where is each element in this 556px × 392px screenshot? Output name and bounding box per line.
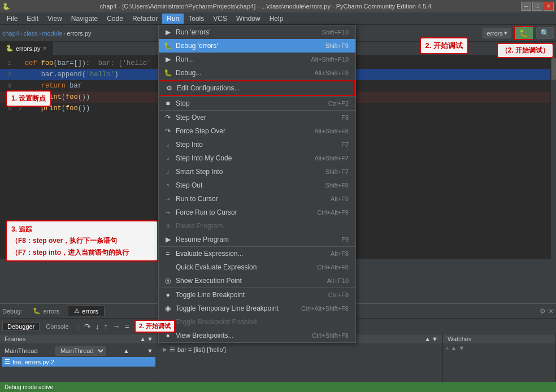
menu-tools[interactable]: Tools bbox=[184, 14, 208, 24]
menu-step-out[interactable]: ↑ Step Out Shift+F8 bbox=[159, 178, 355, 192]
watch-down[interactable]: ▼ bbox=[458, 345, 464, 351]
breadcrumb-file[interactable]: errors.py bbox=[67, 30, 91, 37]
tab-close-button[interactable]: ✕ bbox=[42, 45, 47, 51]
menu-bar: File Edit View Navigate Code Refactor Ru… bbox=[0, 12, 556, 25]
debug-shortcut: Alt+Shift+F9 bbox=[314, 69, 349, 76]
menu-quick-eval[interactable]: Quick Evaluate Expression Ctrl+Alt+F8 bbox=[159, 260, 355, 274]
run-label: Run... bbox=[176, 55, 307, 63]
menu-run[interactable]: Run bbox=[162, 14, 184, 24]
var-icon: ☰ bbox=[170, 346, 175, 353]
debug-annotation-2: 2. 开始调试 bbox=[420, 37, 468, 54]
top-right-debug-annotation: （2. 开始调试） bbox=[497, 43, 554, 58]
app-icon: 🐍 bbox=[2, 3, 10, 10]
menu-window[interactable]: Window bbox=[232, 14, 265, 24]
console-label: Console bbox=[46, 323, 68, 330]
menu-edit-configs[interactable]: ⚙ Edit Configurations... bbox=[159, 80, 355, 96]
menu-eval-expr[interactable]: = Evaluate Expression... Alt+F8 bbox=[159, 247, 355, 260]
annotation-debug-toolbar: 2. 开始调试 bbox=[134, 320, 175, 333]
menu-step-over[interactable]: ↷ Step Over F8 bbox=[159, 111, 355, 124]
menu-toggle-temp-bp[interactable]: ◉ Toggle Temporary Line Breakpoint Ctrl+… bbox=[159, 302, 355, 315]
breadcrumb-module[interactable]: module bbox=[42, 30, 62, 37]
frame-up-icon[interactable]: ▲ bbox=[140, 336, 146, 342]
menu-edit[interactable]: Edit bbox=[22, 14, 43, 24]
menu-file[interactable]: File bbox=[2, 14, 22, 24]
menu-view[interactable]: View bbox=[43, 14, 67, 24]
thread-selector[interactable]: MainThread bbox=[55, 346, 106, 356]
thread-label: MainThread bbox=[5, 347, 38, 354]
menu-refactor[interactable]: Refactor bbox=[128, 14, 162, 24]
menu-code[interactable]: Code bbox=[102, 14, 128, 24]
close-button[interactable]: ✕ bbox=[544, 2, 554, 11]
debug-run-button[interactable]: 🐛 bbox=[514, 26, 534, 40]
add-watch[interactable]: + bbox=[445, 345, 449, 351]
frame-foo[interactable]: ☰ foo, errors.py:2 bbox=[2, 357, 155, 367]
menu-debug-errors[interactable]: 🐛 Debug 'errors' Shift+F9 2. 开始调试 bbox=[159, 39, 355, 53]
menu-step-into[interactable]: ↓ Step Into F7 bbox=[159, 138, 355, 151]
breadcrumb-chap4[interactable]: chap4 bbox=[2, 30, 19, 37]
var-bar[interactable]: ▶ ☰ bar = {list} ['hello'] bbox=[160, 345, 440, 354]
run-cursor-icon: → bbox=[163, 194, 172, 203]
menu-help[interactable]: Help bbox=[265, 14, 288, 24]
step-out-icon: ↑ bbox=[163, 181, 172, 190]
menu-stop[interactable]: ■ Stop Ctrl+F2 bbox=[159, 97, 355, 110]
toggle-bp-label: Toggle Line Breakpoint bbox=[176, 291, 325, 299]
menu-smart-step-into[interactable]: ↓ Smart Step Into Shift+F7 bbox=[159, 165, 355, 178]
menu-step-into-mycode[interactable]: ↓ Step Into My Code Alt+Shift+F7 bbox=[159, 151, 355, 165]
debug-subtab-console[interactable]: Console bbox=[41, 322, 73, 331]
menu-show-exec[interactable]: ◎ Show Execution Point Alt+F10 bbox=[159, 274, 355, 288]
debug-settings-icon[interactable]: ⚙ bbox=[540, 307, 546, 315]
tab-errors-py[interactable]: 🐍 errors.py ✕ bbox=[0, 42, 53, 55]
step-over-btn[interactable]: ↷ bbox=[82, 321, 93, 332]
debug-tab-errors-1[interactable]: 🐛 errors bbox=[27, 306, 66, 316]
menu-toggle-bp-enabled[interactable]: Toggle Breakpoint Enabled bbox=[159, 315, 355, 329]
watches-body: + ▲ ▼ bbox=[443, 343, 555, 382]
search-button[interactable]: 🔍 bbox=[536, 27, 554, 39]
step-out-btn[interactable]: ↑ bbox=[102, 321, 110, 332]
frame-scroll-up[interactable]: ▲ bbox=[123, 347, 129, 354]
eval-btn[interactable]: = bbox=[123, 321, 131, 332]
menu-resume[interactable]: ▶ Resume Program F9 bbox=[159, 233, 355, 246]
menu-navigate[interactable]: Navigate bbox=[67, 14, 102, 24]
debug-close-icon[interactable]: ✕ bbox=[548, 307, 554, 315]
errors-label: errors bbox=[486, 30, 503, 37]
run-cursor-btn[interactable]: → bbox=[111, 321, 122, 332]
step-into-btn[interactable]: ↓ bbox=[94, 321, 101, 332]
menu-view-bp[interactable]: ● View Breakpoints... Ctrl+Shift+F8 bbox=[159, 329, 355, 342]
menu-force-step-over[interactable]: ↷ Force Step Over Alt+Shift+F8 bbox=[159, 124, 355, 138]
title-bar: 🐍 chap4 - [C:\Users\Administrator\Pychar… bbox=[0, 0, 556, 12]
menu-debug-dialog[interactable]: 🐛 Debug... Alt+Shift+F9 bbox=[159, 66, 355, 80]
watches-pane: Watches + ▲ ▼ bbox=[443, 334, 556, 382]
menu-run-errors[interactable]: ▶ Run 'errors' Shift+F10 bbox=[159, 25, 355, 39]
errors-config-dropdown[interactable]: errors ▾ bbox=[483, 28, 511, 38]
frame-down-icon[interactable]: ▼ bbox=[147, 336, 153, 342]
menu-vcs[interactable]: VCS bbox=[208, 14, 232, 24]
toolbar-right: errors ▾ 🐛 🔍 bbox=[483, 26, 554, 40]
breadcrumb-class[interactable]: class bbox=[24, 30, 38, 37]
line-num-5: 5 bbox=[0, 105, 16, 112]
frame-scroll-down[interactable]: ▼ bbox=[147, 347, 153, 354]
frames-header: Frames ▲ ▼ bbox=[0, 334, 158, 343]
menu-run-cursor[interactable]: → Run to Cursor Alt+F9 bbox=[159, 192, 355, 206]
stop-label: Stop bbox=[176, 99, 325, 107]
temp-bp-shortcut: Ctrl+Alt+Shift+F8 bbox=[301, 305, 349, 312]
temp-bp-icon: ◉ bbox=[163, 304, 172, 313]
menu-pause[interactable]: ⏸ Pause Program bbox=[159, 219, 355, 233]
minimize-button[interactable]: ─ bbox=[521, 2, 531, 11]
watch-up[interactable]: ▲ bbox=[451, 345, 457, 351]
view-bp-shortcut: Ctrl+Shift+F8 bbox=[312, 332, 349, 339]
menu-toggle-bp[interactable]: ● Toggle Line Breakpoint Ctrl+F8 bbox=[159, 288, 355, 302]
menu-run-dialog[interactable]: ▶ Run... Alt+Shift+F10 bbox=[159, 53, 355, 66]
menu-force-run-cursor[interactable]: → Force Run to Cursor Ctrl+Alt+F9 bbox=[159, 206, 355, 219]
debug-errors-label: Debug 'errors' bbox=[176, 42, 322, 50]
var-up-icon[interactable]: ▲ bbox=[424, 336, 431, 342]
maximize-button[interactable]: □ bbox=[532, 2, 542, 11]
run-errors-label: Run 'errors' bbox=[176, 28, 319, 36]
step-out-label: Step Out bbox=[176, 181, 322, 189]
step-over-label: Step Over bbox=[176, 114, 338, 121]
var-down-icon[interactable]: ▼ bbox=[432, 336, 438, 342]
debug-label: Debug... bbox=[176, 69, 311, 77]
debug-subtab-debugger[interactable]: Debugger bbox=[2, 322, 40, 331]
frame-foo-icon: ☰ bbox=[5, 358, 10, 365]
editor-scrollbar[interactable] bbox=[550, 55, 556, 259]
debug-tab-errors-2[interactable]: ⚠ errors bbox=[68, 306, 105, 316]
